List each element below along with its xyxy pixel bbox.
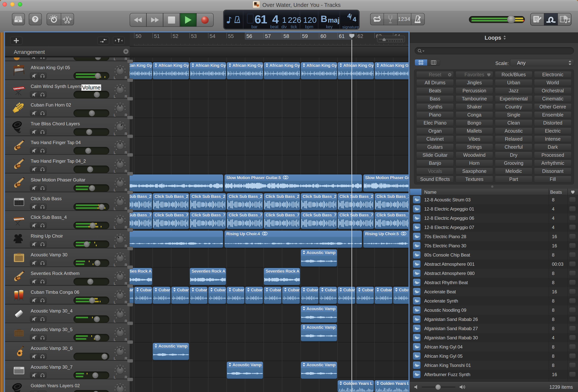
svg-text:R: R	[125, 338, 127, 341]
svg-text:R: R	[125, 169, 127, 173]
svg-text:L: L	[114, 281, 116, 285]
svg-text:R: R	[125, 319, 127, 323]
svg-text:R: R	[125, 356, 127, 360]
svg-text:L: L	[114, 300, 116, 304]
svg-text:L: L	[114, 132, 116, 135]
svg-text:L: L	[114, 244, 116, 248]
svg-text:R: R	[125, 244, 127, 248]
svg-text:L: L	[114, 263, 116, 267]
svg-text:R: R	[125, 94, 127, 98]
svg-text:L: L	[114, 57, 116, 61]
svg-text:L: L	[114, 169, 116, 173]
svg-text:L: L	[114, 225, 116, 229]
svg-text:R: R	[125, 207, 127, 210]
svg-text:R: R	[125, 281, 127, 285]
svg-text:L: L	[114, 356, 116, 360]
svg-text:R: R	[125, 113, 127, 117]
svg-text:R: R	[125, 76, 127, 79]
svg-text:R: R	[125, 300, 127, 304]
svg-text:?: ?	[34, 16, 37, 22]
svg-text:R: R	[125, 225, 127, 229]
svg-text:L: L	[114, 113, 116, 117]
svg-text:L: L	[114, 188, 116, 192]
svg-text:L: L	[114, 375, 116, 379]
svg-text:L: L	[114, 151, 116, 154]
svg-text:L: L	[114, 319, 116, 323]
svg-text:R: R	[125, 375, 127, 379]
svg-text:R: R	[125, 263, 127, 267]
svg-text:R: R	[125, 57, 127, 61]
svg-text:R: R	[125, 132, 127, 135]
svg-text:L: L	[114, 94, 116, 98]
svg-text:L: L	[114, 207, 116, 210]
svg-text:L: L	[114, 338, 116, 341]
svg-text:L: L	[114, 76, 116, 79]
svg-text:R: R	[125, 151, 127, 154]
svg-text:R: R	[125, 188, 127, 192]
